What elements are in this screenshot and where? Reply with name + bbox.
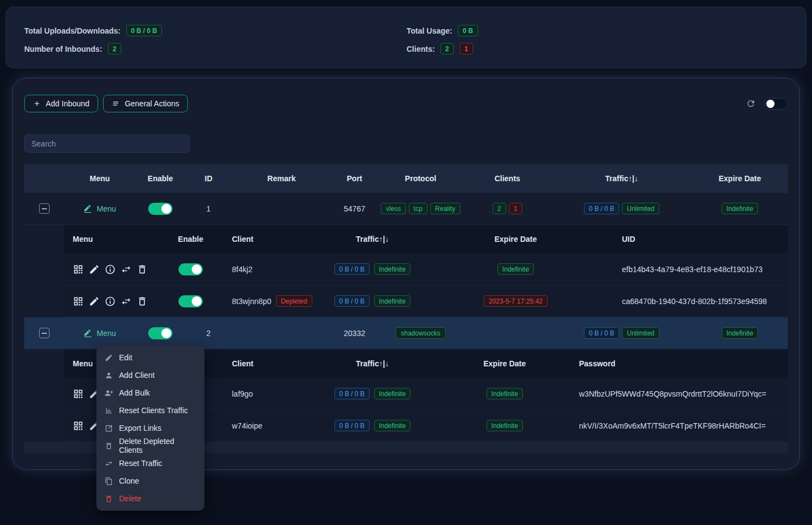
stat-inbounds-value-badge: 2 <box>108 43 122 55</box>
client-expire: Indefinite <box>436 410 573 441</box>
stat-uploads-value-badge: 0 B / 0 B <box>126 25 162 36</box>
menu-item-label: Delete Depleted Clients <box>119 437 196 454</box>
client-expire: Indefinite <box>436 378 573 409</box>
menu-item-delete[interactable]: Delete <box>96 490 204 507</box>
client-expire: Indefinite <box>436 253 596 285</box>
general-actions-label: General Actions <box>124 99 179 108</box>
client-name: 8t3wjnn8p0 <box>232 297 272 306</box>
add-inbound-button[interactable]: Add Inbound <box>24 95 98 112</box>
menu-item-add-client[interactable]: Add Client <box>96 366 204 384</box>
client-name: w74ioipe <box>215 410 309 441</box>
qrcode-icon[interactable] <box>73 420 84 431</box>
info-icon[interactable] <box>105 264 116 275</box>
traffic-badge: 0 B / 0 B <box>334 388 370 399</box>
header-enable: Enable <box>136 164 185 193</box>
add-inbound-label: Add Inbound <box>46 99 89 108</box>
traffic-badge: 0 B / 0 B <box>334 420 370 431</box>
delete-client-icon[interactable] <box>137 296 148 307</box>
client-uid: efb14b43-4a79-4e83-ef18-e48cf1901b73 <box>596 253 788 285</box>
inbound-menu-link[interactable]: Menu <box>83 204 116 213</box>
stat-inbounds: Number of Inbounds: 2 <box>24 43 407 55</box>
expire-badge: Indefinite <box>497 263 534 275</box>
menu-item-delete-depleted-clients[interactable]: Delete Depleted Clients <box>96 437 204 454</box>
inbound-protocols: vless tcp Reality <box>378 193 463 224</box>
inbound-id: 2 <box>185 317 232 349</box>
reset-traffic-icon[interactable] <box>121 264 132 275</box>
header-expire-date: Expire Date <box>436 349 573 378</box>
protocol-badge: shadowsocks <box>396 327 445 339</box>
menu-item-label: Add Bulk <box>119 388 150 397</box>
header-expire-date: Expire Date <box>436 225 596 253</box>
enable-toggle[interactable] <box>148 203 172 215</box>
header-traffic[interactable]: Traffic↑|↓ <box>309 225 436 253</box>
traffic-badge: 0 B / 0 B <box>584 327 619 339</box>
info-icon[interactable] <box>105 296 116 307</box>
theme-toggle[interactable] <box>765 98 788 110</box>
client-table-inbound-1: Menu Enable Client Traffic↑|↓ Expire Dat… <box>64 225 788 317</box>
qrcode-icon[interactable] <box>73 264 84 275</box>
header-expire-date: Expire Date <box>692 164 788 193</box>
menu-item-label: Edit <box>119 353 132 362</box>
qrcode-icon[interactable] <box>73 388 84 399</box>
client-expire: 2023-5-7 17:25:42 <box>436 285 596 317</box>
header-traffic[interactable]: Traffic↑|↓ <box>309 349 436 378</box>
refresh-icon[interactable] <box>746 99 756 109</box>
header-enable: Enable <box>166 225 215 253</box>
menu-item-edit[interactable]: Edit <box>96 349 204 366</box>
menu-item-add-bulk[interactable]: Add Bulk <box>96 384 204 402</box>
chart-icon <box>105 407 113 415</box>
header-menu: Menu <box>64 225 166 253</box>
trash-icon <box>105 442 113 450</box>
clients-depleted-badge: 1 <box>509 203 523 214</box>
expire-badge: Indefinite <box>486 388 523 399</box>
menu-item-reset-traffic[interactable]: Reset Traffic <box>96 454 204 472</box>
stat-inbounds-label: Number of Inbounds: <box>24 45 102 53</box>
enable-toggle[interactable] <box>148 327 172 339</box>
plus-icon <box>33 100 41 107</box>
client-row: 8t3wjnn8p0 Depleted 0 B / 0 B Indefinite… <box>64 285 788 317</box>
menu-item-clone[interactable]: Clone <box>96 472 204 490</box>
client-enable-toggle[interactable] <box>178 263 203 275</box>
qrcode-icon[interactable] <box>73 296 84 307</box>
reset-traffic-icon[interactable] <box>121 296 132 307</box>
collapse-row-button[interactable] <box>39 328 50 338</box>
header-uid: UID <box>596 225 788 253</box>
stat-usage-value-badge: 0 B <box>458 25 478 36</box>
edit-icon <box>105 354 113 362</box>
client-enable-toggle[interactable] <box>178 295 203 307</box>
client-traffic: 0 B / 0 B Indefinite <box>309 285 436 317</box>
stat-clients-depleted-badge: 1 <box>459 43 473 55</box>
list-icon <box>112 100 120 107</box>
edit-client-icon[interactable] <box>89 296 100 307</box>
edit-client-icon[interactable] <box>89 264 100 275</box>
copy-icon <box>105 477 113 485</box>
traffic-limit-badge: Unlimited <box>622 203 659 214</box>
menu-item-label: Add Client <box>119 371 155 380</box>
delete-client-icon[interactable] <box>137 264 148 275</box>
search-input[interactable] <box>24 134 190 153</box>
client-name: laf9go <box>215 378 309 409</box>
stat-uploads-label: Total Uploads/Downloads: <box>24 26 121 35</box>
expire-badge: Indefinite <box>722 327 759 339</box>
inbound-menu-label: Menu <box>96 329 116 338</box>
general-actions-button[interactable]: General Actions <box>103 95 188 112</box>
menu-item-label: Delete <box>119 494 141 503</box>
menu-item-reset-clients-traffic[interactable]: Reset Clients Traffic <box>96 402 204 419</box>
collapse-row-button[interactable] <box>39 203 50 214</box>
export-icon <box>105 424 113 432</box>
stat-clients-active-badge: 2 <box>440 43 454 55</box>
header-client: Client <box>215 225 309 253</box>
edit-icon <box>83 204 93 213</box>
inbound-clients-count <box>463 317 551 349</box>
inbound-menu-link[interactable]: Menu <box>83 328 116 338</box>
traffic-limit-badge: Indefinite <box>374 295 411 307</box>
header-client: Client <box>215 349 309 378</box>
inbound-row-1: Menu 1 54767 vless tcp Reality 2 1 0 B /… <box>24 193 788 225</box>
header-password: Password <box>573 349 788 378</box>
swap-icon <box>105 459 113 468</box>
inbound-remark <box>232 317 331 349</box>
client-password: nkV/I/3XoAm9v6xMT/T5lcrF4TpeTKF98rHARbRo… <box>573 410 788 441</box>
stat-clients-label: Clients: <box>407 45 435 53</box>
header-traffic[interactable]: Traffic↑|↓ <box>551 164 692 193</box>
menu-item-export-links[interactable]: Export Links <box>96 419 204 437</box>
